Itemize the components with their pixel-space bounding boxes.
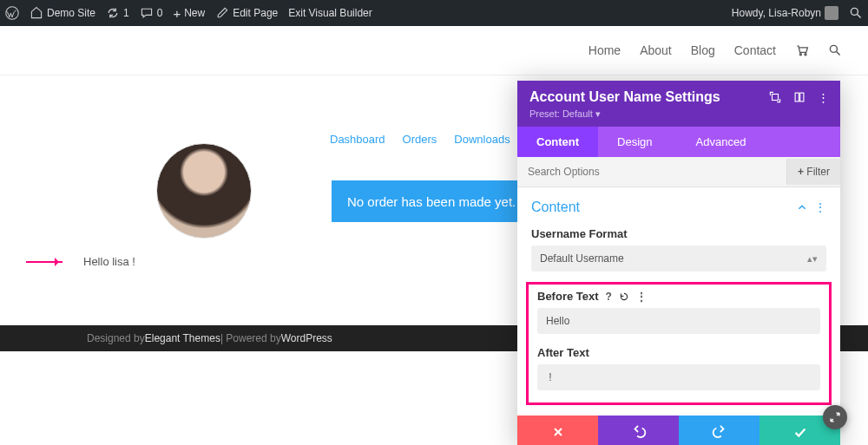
reset-icon[interactable] xyxy=(619,291,629,302)
kebab-icon[interactable]: ⋮ xyxy=(818,91,828,104)
comments-link[interactable]: 0 xyxy=(140,6,163,20)
preset-dropdown[interactable]: Preset: Default ▾ xyxy=(529,108,828,120)
avatar-icon xyxy=(825,6,838,20)
svg-point-4 xyxy=(830,45,837,52)
svg-point-2 xyxy=(799,54,801,56)
after-text-input[interactable] xyxy=(537,364,820,390)
username-format-select[interactable]: Default Username ▴▾ xyxy=(531,245,826,272)
exit-visual-builder-link[interactable]: Exit Visual Builder xyxy=(288,7,372,19)
svg-rect-7 xyxy=(800,93,804,101)
wp-logo[interactable] xyxy=(5,6,19,20)
site-header: Home About Blog Contact xyxy=(0,26,868,75)
field-kebab-icon[interactable]: ⋮ xyxy=(636,291,647,303)
user-avatar xyxy=(156,143,252,239)
expand-icon[interactable] xyxy=(769,91,781,103)
nav-blog[interactable]: Blog xyxy=(691,43,715,57)
svg-point-3 xyxy=(805,54,806,56)
comments-count: 0 xyxy=(157,7,163,19)
section-content-header[interactable]: Content ⋮ xyxy=(531,200,826,215)
before-text-input[interactable] xyxy=(537,308,820,334)
annotation-highlight: Before Text ? ⋮ After Text xyxy=(526,282,832,405)
search-icon[interactable] xyxy=(828,43,842,57)
tab-downloads[interactable]: Downloads xyxy=(454,133,510,146)
tab-content[interactable]: Content xyxy=(517,127,598,157)
updates-link[interactable]: 1 xyxy=(106,6,129,20)
tab-dashboard[interactable]: Dashboard xyxy=(330,133,385,146)
greeting-text: Hello lisa ! xyxy=(83,255,135,268)
chevron-up-icon[interactable] xyxy=(797,202,807,213)
filter-button[interactable]: + Filter xyxy=(786,159,840,185)
site-name-link[interactable]: Demo Site xyxy=(30,6,95,20)
site-name: Demo Site xyxy=(47,7,95,19)
help-icon[interactable]: ? xyxy=(606,291,612,303)
section-kebab-icon[interactable]: ⋮ xyxy=(814,200,826,214)
plus-icon: + xyxy=(173,7,181,20)
panel-actions xyxy=(517,416,840,445)
howdy-link[interactable]: Howdy, Lisa-Robyn xyxy=(732,6,838,20)
snap-icon[interactable] xyxy=(793,91,806,103)
search-options-input[interactable] xyxy=(517,157,786,187)
svg-point-1 xyxy=(851,8,858,15)
tab-design[interactable]: Design xyxy=(598,127,671,157)
panel-tabs: Content Design Advanced xyxy=(517,127,840,157)
edit-page-link[interactable]: Edit Page xyxy=(215,6,278,20)
cart-icon[interactable] xyxy=(795,43,809,57)
discard-button[interactable] xyxy=(517,416,598,445)
new-link[interactable]: + New xyxy=(173,7,205,20)
footer-et-link[interactable]: Elegant Themes xyxy=(145,332,220,344)
username-format-label: Username Format xyxy=(531,227,826,240)
tab-orders[interactable]: Orders xyxy=(403,133,437,146)
undo-button[interactable] xyxy=(598,416,679,445)
select-caret-icon: ▴▾ xyxy=(807,253,818,265)
panel-title: Account User Name Settings xyxy=(529,89,769,105)
admin-search-icon[interactable] xyxy=(849,6,863,20)
panel-search-row: + Filter xyxy=(517,157,840,187)
svg-rect-5 xyxy=(773,95,779,101)
nav-contact[interactable]: Contact xyxy=(734,43,776,57)
updates-count: 1 xyxy=(123,7,129,19)
account-tabs: Dashboard Orders Downloads Addresses xyxy=(330,133,536,146)
before-text-label: Before Text xyxy=(537,290,599,303)
expand-bubble-button[interactable] xyxy=(823,405,847,429)
redo-button[interactable] xyxy=(679,416,760,445)
tab-advanced[interactable]: Advanced xyxy=(677,127,766,157)
annotation-arrow xyxy=(26,261,62,263)
svg-rect-6 xyxy=(795,93,799,101)
footer-wp-link[interactable]: WordPress xyxy=(281,332,332,344)
wp-admin-bar: Demo Site 1 0 + New Edit Page Exit Visua… xyxy=(0,0,868,26)
after-text-label: After Text xyxy=(537,346,589,359)
panel-header: Account User Name Settings ⋮ Preset: Def… xyxy=(517,81,840,127)
nav-about[interactable]: About xyxy=(640,43,672,57)
settings-panel: Account User Name Settings ⋮ Preset: Def… xyxy=(517,81,840,445)
nav-home[interactable]: Home xyxy=(589,43,621,57)
